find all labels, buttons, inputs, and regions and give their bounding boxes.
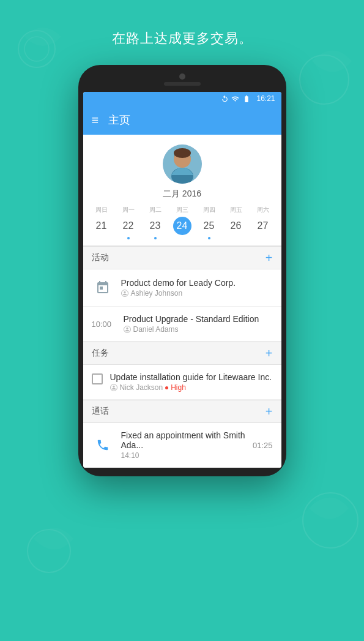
svg-point-1 [24,37,49,61]
activity-demo-person: Ashley Johnson [121,289,273,298]
calendar-day-22[interactable]: 周一 22 [117,206,139,239]
avatar[interactable] [163,144,202,184]
tagline: 在路上达成更多交易。 [112,29,253,48]
activity-demo-title: Product demo for Leady Corp. [121,278,273,288]
tasks-section-header: 任务 + [83,342,281,365]
person-icon [121,290,128,297]
phone-top-notch [83,73,281,88]
activity-item-demo[interactable]: Product demo for Leady Corp. Ashley John… [83,269,281,307]
svg-point-4 [303,493,358,548]
month-year: 二月 2016 [163,189,201,200]
phone-call-icon [96,438,110,452]
phone-screen: 16:21 ≡ 主页 [83,92,281,468]
rotate-icon [221,95,229,103]
task-liteware-meta: Nick Jackson High [110,383,273,392]
calls-section-title: 通话 [92,406,109,417]
activity-upgrade-title: Product Upgrade - Standard Edition [124,314,273,324]
task-liteware-title: Update installation guide for Litewaare … [110,372,273,382]
calendar-day-27[interactable]: 周六 27 [252,206,274,239]
cal-dot-22 [127,237,130,239]
calls-add-button[interactable]: + [266,405,273,418]
activities-section-header: 活动 + [83,246,281,269]
activities-section-title: 活动 [92,252,109,263]
task-item-liteware[interactable]: Update installation guide for Litewaare … [83,365,281,400]
activity-demo-content: Product demo for Leady Corp. Ashley John… [121,278,273,298]
calendar-week: 周日 21 周一 22 周二 23 周三 [83,206,281,239]
calendar-icon-wrap [92,277,114,299]
priority-dot [165,386,168,389]
person-icon-task [110,384,117,391]
calls-section-header: 通话 + [83,400,281,423]
call-item-smith[interactable]: Fixed an appointment with Smith Ada... 1… [83,423,281,468]
svg-point-3 [28,530,70,572]
activity-upgrade-content: Product Upgrade - Standard Edition Danie… [124,314,273,334]
cal-dot-24 [181,237,184,239]
task-liteware-content: Update installation guide for Litewaare … [110,372,273,392]
status-time: 16:21 [256,94,275,103]
call-smith-title: Fixed an appointment with Smith Ada... [121,430,253,450]
call-smith-content: Fixed an appointment with Smith Ada... 1… [121,430,253,460]
calendar-activity-icon [95,280,110,295]
status-icons: 16:21 [221,94,275,103]
call-icon-wrap [92,434,114,456]
activity-upgrade-time: 10:00 [92,320,116,329]
svg-point-0 [18,31,55,67]
calendar-day-23[interactable]: 周二 23 [144,206,166,239]
svg-point-2 [300,55,349,104]
tasks-add-button[interactable]: + [266,347,273,359]
svg-point-8 [174,148,191,158]
battery-icon [242,95,251,103]
call-smith-duration: 01:25 [253,441,273,450]
calendar-day-25[interactable]: 周四 25 [198,206,220,239]
activity-item-upgrade[interactable]: 10:00 Product Upgrade - Standard Edition… [83,307,281,342]
cal-dot-23 [154,237,157,239]
phone-device: 16:21 ≡ 主页 [78,65,286,476]
hamburger-menu-icon[interactable]: ≡ [92,113,99,127]
call-smith-time: 14:10 [121,451,253,460]
calendar-day-21[interactable]: 周日 21 [91,206,113,239]
phone-camera [179,73,185,80]
status-bar: 16:21 [83,92,281,105]
calendar-day-24[interactable]: 周三 24 [171,206,193,239]
tasks-section-title: 任务 [92,348,109,359]
cal-dot-25 [208,237,210,239]
wifi-icon [231,95,239,103]
app-bar: ≡ 主页 [83,105,281,135]
task-checkbox[interactable] [92,373,103,384]
app-bar-title: 主页 [108,113,130,127]
priority-label: High [171,383,186,392]
calendar-day-26[interactable]: 周五 26 [225,206,247,239]
person-icon-upgrade [124,326,131,333]
profile-section: 二月 2016 周日 21 周一 22 周二 23 [83,135,281,246]
phone-speaker [164,82,201,86]
activity-upgrade-person: Daniel Adams [124,325,273,334]
activities-add-button[interactable]: + [266,252,273,264]
